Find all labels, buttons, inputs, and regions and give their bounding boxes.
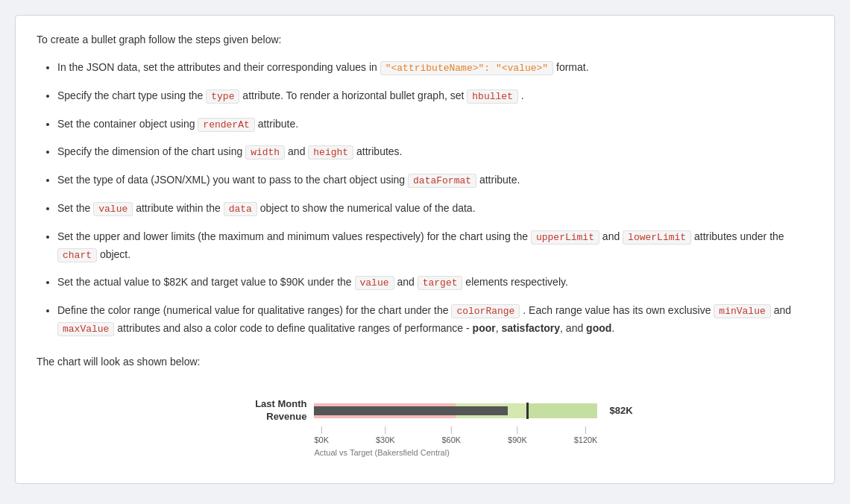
code-maxvalue: maxValue xyxy=(57,322,114,336)
code-value2: value xyxy=(355,276,394,290)
code-data: data xyxy=(224,202,257,216)
chart-value-label: $82K xyxy=(609,405,632,416)
axis-label-0: $0K xyxy=(314,435,329,444)
code-dataformat: dataFormat xyxy=(408,174,476,188)
chart-sub-label: Actual vs Target (Bakersfield Central) xyxy=(314,448,449,457)
chart-title: Last Month Revenue xyxy=(255,398,306,422)
intro-text: To create a bullet graph follow the step… xyxy=(37,34,813,45)
main-container: To create a bullet graph follow the step… xyxy=(15,15,835,484)
code-renderat: renderAt xyxy=(198,118,254,132)
list-item: In the JSON data, set the attributes and… xyxy=(57,59,813,77)
list-item: Set the type of data (JSON/XML) you want… xyxy=(57,171,813,189)
list-item: Define the color range (numerical value … xyxy=(57,302,813,338)
axis-label-4: $120K xyxy=(574,435,598,444)
target-marker xyxy=(526,403,529,419)
actual-bar xyxy=(314,406,508,415)
axis-labels: $0K $30K $60K $90K $120K xyxy=(314,426,597,444)
code-upperlimit: upperLimit xyxy=(531,230,599,245)
chart-wrapper: Last Month Revenue $82K xyxy=(37,382,813,465)
chart-row: Last Month Revenue $82K xyxy=(217,397,632,424)
code-width: width xyxy=(245,145,285,160)
chart-section: The chart will look as shown below: Last… xyxy=(37,356,813,465)
axis-tick-1: $30K xyxy=(376,426,395,444)
code-minvalue: minValue xyxy=(714,304,770,318)
code-height: height xyxy=(308,145,353,160)
code-target: target xyxy=(418,276,463,290)
code-value: value xyxy=(93,202,133,216)
text-satisfactory: satisfactory xyxy=(501,322,560,334)
list-item: Set the value attribute within the data … xyxy=(57,200,813,218)
chart-section-label: The chart will look as shown below: xyxy=(37,356,813,368)
axis-label-3: $90K xyxy=(508,435,527,444)
axis-tick-3: $90K xyxy=(508,426,527,444)
axis-tick-4: $120K xyxy=(574,426,598,444)
chart-sub-label-row: Actual vs Target (Bakersfield Central) xyxy=(314,446,449,458)
list-item: Specify the chart type using the type at… xyxy=(57,87,813,105)
list-item: Set the container object using renderAt … xyxy=(57,116,813,133)
axis-tick-0: $0K xyxy=(314,426,329,444)
axis-row: $0K $30K $60K $90K $120K xyxy=(314,426,597,444)
steps-list: In the JSON data, set the attributes and… xyxy=(37,59,813,338)
code-type: type xyxy=(206,89,239,104)
code-chart: chart xyxy=(57,248,97,262)
code-hbullet: hbullet xyxy=(467,89,518,104)
axis-label-1: $30K xyxy=(376,435,395,444)
list-item: Set the upper and lower limits (the maxi… xyxy=(57,228,813,264)
axis-tick-2: $60K xyxy=(441,426,461,444)
range-good xyxy=(526,403,597,418)
text-good: good xyxy=(586,322,611,334)
chart-inner: Last Month Revenue $82K xyxy=(217,397,632,458)
code-colorrange: colorRange xyxy=(451,304,520,318)
code-lowerlimit: lowerLimit xyxy=(623,230,691,245)
text-poor: poor xyxy=(473,322,496,334)
axis-label-2: $60K xyxy=(441,435,461,444)
bullet-chart xyxy=(314,397,597,424)
list-item: Set the actual value to $82K and target … xyxy=(57,274,813,292)
chart-label: Last Month Revenue xyxy=(217,398,306,423)
list-item: Specify the dimension of the chart using… xyxy=(57,143,813,161)
code-attribute-value: "<attributeName>": "<value>" xyxy=(380,61,553,75)
